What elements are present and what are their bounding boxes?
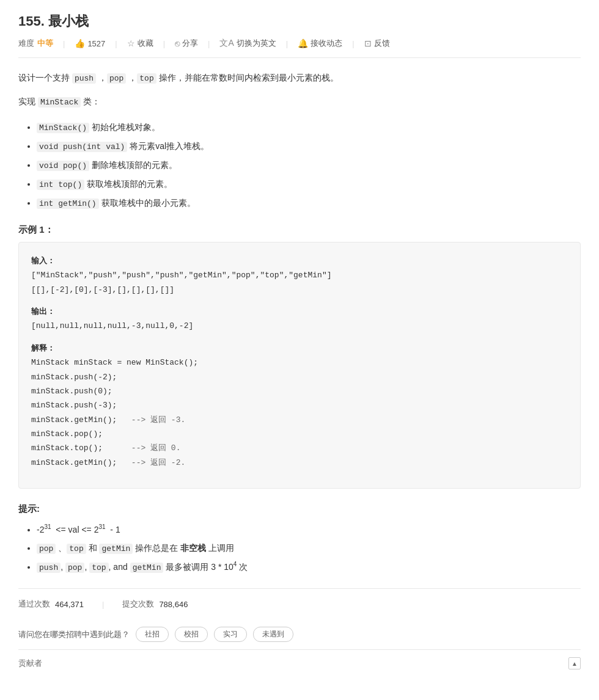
feedback-label: 反馈 xyxy=(374,38,390,49)
pop-code: pop xyxy=(107,73,126,84)
switch-lang-label: 切换为英文 xyxy=(237,38,276,49)
example-title: 示例 1： xyxy=(18,224,581,236)
recruit-btn-social[interactable]: 社招 xyxy=(136,627,169,642)
share-icon: ⎋ xyxy=(175,38,180,48)
meta-separator-6: | xyxy=(352,39,354,48)
input-line2: [[],[-2],[0],[-3],[],[],[],[]] xyxy=(31,283,568,297)
pass-count-value: 464,371 xyxy=(55,600,84,609)
hint-pop-code: pop xyxy=(37,544,56,554)
method-2-code: void push(int val) xyxy=(37,142,127,152)
hints-section: 提示: -231 <= val <= 231 - 1 pop 、top 和 ge… xyxy=(18,503,581,576)
meta-separator-4: | xyxy=(208,39,210,48)
input-section: 输入： ["MinStack","push","push","push","ge… xyxy=(31,253,568,297)
likes-count: 1527 xyxy=(87,39,105,48)
subscribe-label: 接收动态 xyxy=(311,38,342,49)
share-label: 分享 xyxy=(182,38,198,49)
non-empty-stack-text: 非空栈 xyxy=(180,543,206,553)
stats-divider: | xyxy=(102,600,104,609)
submit-count-item: 提交次数 788,646 xyxy=(122,599,188,610)
share-button[interactable]: ⎋ 分享 xyxy=(175,38,198,49)
footer-bar: 贡献者 ▲ xyxy=(18,649,581,669)
meta-separator-5: | xyxy=(286,39,288,48)
output-value: [null,null,null,null,-3,null,0,-2] xyxy=(31,319,568,333)
thumbs-up-icon: 👍 xyxy=(75,38,85,48)
feedback-icon: ⊡ xyxy=(364,38,372,48)
top-code: top xyxy=(137,73,156,84)
input-line1: ["MinStack","push","push","push","getMin… xyxy=(31,268,568,282)
method-item-5: int getMin() 获取堆栈中的最小元素。 xyxy=(37,194,581,212)
switch-lang-button[interactable]: 文A 切换为英文 xyxy=(219,38,276,49)
meta-bar: 难度 中等 | 👍 1527 | ☆ 收藏 | ⎋ 分享 | 文A 切换为英文 … xyxy=(18,38,581,58)
method-4-code: int top() xyxy=(37,180,84,190)
chevron-up-icon: ▲ xyxy=(568,657,581,669)
hint-getmin-code: getMin xyxy=(99,544,133,554)
method-item-4: int top() 获取堆栈顶部的元素。 xyxy=(37,175,581,193)
description-intro: 设计一个支持 push ，pop ，top 操作，并能在常数时间内检索到最小元素… xyxy=(18,70,581,86)
method-item-1: MinStack() 初始化堆栈对象。 xyxy=(37,118,581,136)
submit-count-value: 788,646 xyxy=(159,600,188,609)
hints-title: 提示: xyxy=(18,503,581,515)
methods-list: MinStack() 初始化堆栈对象。 void push(int val) 将… xyxy=(18,118,581,212)
meta-separator-2: | xyxy=(115,39,117,48)
hint-push-code: push xyxy=(37,563,61,573)
meta-separator-3: | xyxy=(163,39,165,48)
pass-count-label: 通过次数 xyxy=(18,599,50,610)
hint-item-2: pop 、top 和 getMin 操作总是在 非空栈 上调用 xyxy=(37,539,581,557)
output-section: 输出： [null,null,null,null,-3,null,0,-2] xyxy=(31,304,568,334)
impl-label: 实现 MinStack 类： xyxy=(18,94,581,109)
translate-icon: 文A xyxy=(219,38,233,49)
explain-lines: MinStack minStack = new MinStack(); minS… xyxy=(31,355,568,470)
submit-count-label: 提交次数 xyxy=(122,599,154,610)
method-item-2: void push(int val) 将元素val推入堆栈。 xyxy=(37,137,581,155)
method-3-code: void pop() xyxy=(37,161,89,171)
hint-getmin-code2: getMin xyxy=(130,563,164,573)
recruit-btn-campus[interactable]: 校招 xyxy=(175,627,208,642)
explain-line-3: minStack.push(0); xyxy=(31,384,568,398)
difficulty-label: 难度 xyxy=(18,38,34,49)
difficulty-value: 中等 xyxy=(37,38,53,49)
footer-label: 贡献者 xyxy=(18,658,42,669)
explain-line-5: minStack.getMin(); --> 返回 -3. xyxy=(31,413,568,427)
explain-line-6: minStack.pop(); xyxy=(31,427,568,441)
hint-item-3: push, pop, top, and getMin 最多被调用 3 * 104… xyxy=(37,558,581,576)
description-section: 设计一个支持 push ，pop ，top 操作，并能在常数时间内检索到最小元素… xyxy=(18,70,581,212)
recruit-btn-none[interactable]: 未遇到 xyxy=(253,627,293,642)
bell-icon: 🔔 xyxy=(298,38,308,48)
collect-button[interactable]: ☆ 收藏 xyxy=(127,38,153,49)
collect-label: 收藏 xyxy=(138,38,153,49)
pass-count-item: 通过次数 464,371 xyxy=(18,599,84,610)
page-container: 155. 最小栈 难度 中等 | 👍 1527 | ☆ 收藏 | ⎋ 分享 | … xyxy=(0,0,599,682)
star-icon: ☆ xyxy=(127,38,135,48)
recruitment-bar: 请问您在哪类招聘中遇到此题？ 社招 校招 实习 未遇到 xyxy=(18,619,581,649)
hint-top-code2: top xyxy=(89,563,108,573)
output-label: 输出： xyxy=(31,307,55,316)
explain-section: 解释： MinStack minStack = new MinStack(); … xyxy=(31,341,568,470)
hint-pop-code2: pop xyxy=(65,563,84,573)
push-code: push xyxy=(72,73,96,84)
subscribe-button[interactable]: 🔔 接收动态 xyxy=(298,38,342,49)
recruit-btn-intern[interactable]: 实习 xyxy=(214,627,247,642)
back-to-top-button[interactable]: ▲ xyxy=(568,657,581,669)
explain-line-7: minStack.top(); --> 返回 0. xyxy=(31,441,568,455)
method-item-3: void pop() 删除堆栈顶部的元素。 xyxy=(37,156,581,174)
minstack-class-code: MinStack xyxy=(38,97,81,108)
explain-line-8: minStack.getMin(); --> 返回 -2. xyxy=(31,456,568,470)
problem-title: 155. 最小栈 xyxy=(18,12,581,31)
feedback-button[interactable]: ⊡ 反馈 xyxy=(364,38,390,49)
hints-list: -231 <= val <= 231 - 1 pop 、top 和 getMin… xyxy=(18,521,581,576)
recruitment-label: 请问您在哪类招聘中遇到此题？ xyxy=(18,629,130,640)
explain-line-4: minStack.push(-3); xyxy=(31,398,568,412)
method-1-code: MinStack() xyxy=(37,123,89,133)
hint-item-1: -231 <= val <= 231 - 1 xyxy=(37,521,581,538)
input-label: 输入： xyxy=(31,256,55,265)
method-5-code: int getMin() xyxy=(37,199,99,209)
explain-label: 解释： xyxy=(31,343,55,352)
explain-line-2: minStack.push(-2); xyxy=(31,370,568,384)
stats-bar: 通过次数 464,371 | 提交次数 788,646 xyxy=(18,588,581,619)
hint-top-code: top xyxy=(67,544,86,554)
difficulty-item: 难度 中等 xyxy=(18,38,53,49)
example-block: 输入： ["MinStack","push","push","push","ge… xyxy=(18,242,581,489)
likes-item[interactable]: 👍 1527 xyxy=(75,38,105,48)
explain-line-1: MinStack minStack = new MinStack(); xyxy=(31,355,568,370)
meta-separator-1: | xyxy=(63,39,65,48)
